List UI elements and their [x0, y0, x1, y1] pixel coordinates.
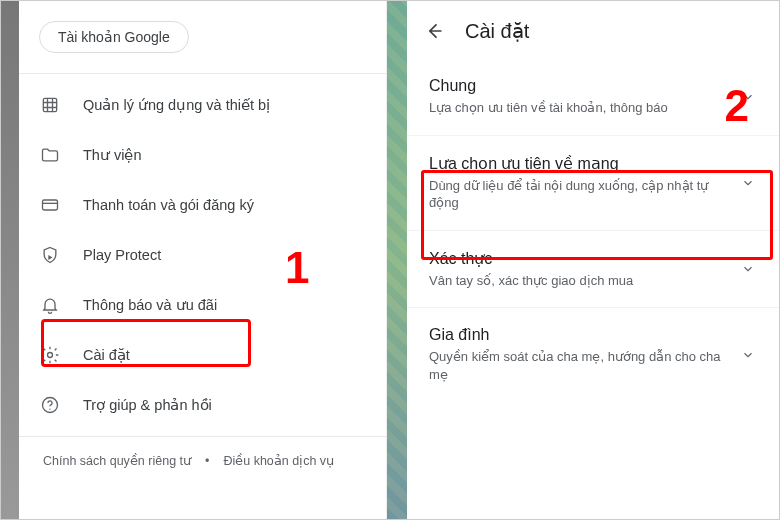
settings-item-sub: Quyền kiểm soát của cha mẹ, hướng dẫn ch…	[429, 348, 733, 383]
menu-label: Cài đặt	[83, 347, 130, 363]
menu-item-settings[interactable]: Cài đặt	[19, 330, 386, 380]
menu-label: Trợ giúp & phản hồi	[83, 397, 212, 413]
settings-text: Gia đình Quyền kiểm soát của cha mẹ, hướ…	[429, 326, 739, 383]
chevron-down-icon	[739, 260, 757, 278]
settings-panel: Cài đặt Chung Lựa chọn ưu tiên về tài kh…	[407, 1, 779, 519]
menu-list: Quản lý ứng dụng và thiết bị Thư viện Th…	[19, 74, 386, 436]
gear-icon	[39, 344, 61, 366]
privacy-link[interactable]: Chính sách quyền riêng tư	[43, 453, 191, 468]
footer-links: Chính sách quyền riêng tư • Điều khoản d…	[19, 437, 386, 484]
settings-header: Cài đặt	[407, 1, 779, 59]
left-background-strip	[1, 1, 19, 519]
account-menu-panel: Tài khoản Google Quản lý ứng dụng và thi…	[19, 1, 387, 519]
svg-rect-0	[43, 98, 56, 111]
settings-text: Chung Lựa chọn ưu tiên về tài khoản, thô…	[429, 77, 739, 117]
menu-item-help[interactable]: Trợ giúp & phản hồi	[19, 380, 386, 430]
menu-item-payments[interactable]: Thanh toán và gói đăng ký	[19, 180, 386, 230]
menu-item-notifications[interactable]: Thông báo và ưu đãi	[19, 280, 386, 330]
screenshot-container: Tài khoản Google Quản lý ứng dụng và thi…	[0, 0, 780, 520]
menu-label: Play Protect	[83, 247, 161, 263]
menu-label: Thông báo và ưu đãi	[83, 297, 217, 313]
settings-item-family[interactable]: Gia đình Quyền kiểm soát của cha mẹ, hướ…	[407, 307, 779, 401]
page-title: Cài đặt	[465, 19, 529, 43]
settings-text: Lựa chọn ưu tiên về mạng Dùng dữ liệu để…	[429, 154, 739, 212]
folder-icon	[39, 144, 61, 166]
settings-text: Xác thực Vân tay số, xác thực giao dịch …	[429, 249, 739, 290]
settings-item-sub: Vân tay số, xác thực giao dịch mua	[429, 272, 733, 290]
grid-icon	[39, 94, 61, 116]
chevron-down-icon	[739, 174, 757, 192]
settings-item-general[interactable]: Chung Lựa chọn ưu tiên về tài khoản, thô…	[407, 59, 779, 135]
help-icon	[39, 394, 61, 416]
settings-item-title: Xác thực	[429, 249, 733, 268]
mid-background-strip	[387, 1, 407, 519]
card-icon	[39, 194, 61, 216]
menu-item-manage-apps[interactable]: Quản lý ứng dụng và thiết bị	[19, 80, 386, 130]
settings-item-auth[interactable]: Xác thực Vân tay số, xác thực giao dịch …	[407, 230, 779, 308]
back-button[interactable]	[423, 20, 445, 42]
svg-rect-1	[43, 200, 58, 210]
shield-icon	[39, 244, 61, 266]
annotation-number-2: 2	[725, 81, 749, 131]
settings-item-title: Lựa chọn ưu tiên về mạng	[429, 154, 733, 173]
settings-item-sub: Lựa chọn ưu tiên về tài khoản, thông báo	[429, 99, 733, 117]
settings-item-title: Chung	[429, 77, 733, 95]
terms-link[interactable]: Điều khoản dịch vụ	[223, 453, 334, 468]
svg-point-4	[49, 409, 50, 410]
menu-item-library[interactable]: Thư viện	[19, 130, 386, 180]
annotation-number-1: 1	[285, 243, 309, 293]
settings-item-sub: Dùng dữ liệu để tải nội dung xuống, cập …	[429, 177, 733, 212]
menu-item-play-protect[interactable]: Play Protect	[19, 230, 386, 280]
separator-dot: •	[205, 454, 209, 468]
account-chip-row: Tài khoản Google	[19, 1, 386, 73]
menu-label: Thanh toán và gói đăng ký	[83, 197, 254, 213]
menu-label: Thư viện	[83, 147, 142, 163]
google-account-chip[interactable]: Tài khoản Google	[39, 21, 189, 53]
settings-item-title: Gia đình	[429, 326, 733, 344]
menu-label: Quản lý ứng dụng và thiết bị	[83, 97, 270, 113]
svg-point-2	[48, 353, 53, 358]
settings-item-network[interactable]: Lựa chọn ưu tiên về mạng Dùng dữ liệu để…	[407, 135, 779, 230]
settings-list: Chung Lựa chọn ưu tiên về tài khoản, thô…	[407, 59, 779, 519]
chevron-down-icon	[739, 346, 757, 364]
bell-icon	[39, 294, 61, 316]
